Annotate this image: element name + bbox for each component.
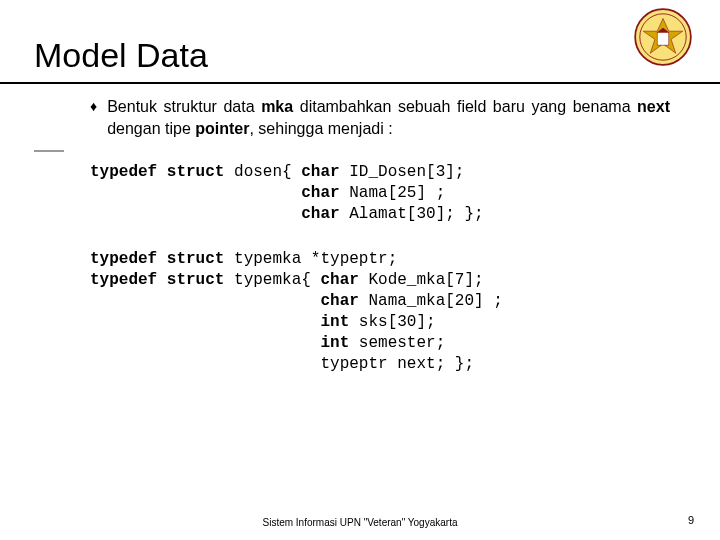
page-number: 9 bbox=[688, 514, 694, 526]
title-underline bbox=[0, 82, 720, 84]
code-text bbox=[90, 205, 301, 223]
code-keyword: char bbox=[301, 163, 339, 181]
code-text: sks[30]; bbox=[349, 313, 435, 331]
diamond-bullet-icon: ♦ bbox=[90, 96, 97, 116]
code-keyword: char bbox=[301, 184, 339, 202]
code-text: typeptr next; }; bbox=[90, 355, 474, 373]
code-text: Nama_mka[20] ; bbox=[359, 292, 503, 310]
text-bold: mka bbox=[261, 98, 293, 115]
code-text: ID_Dosen[3]; bbox=[340, 163, 465, 181]
code-keyword: int bbox=[320, 334, 349, 352]
code-keyword: typedef struct bbox=[90, 250, 224, 268]
code-keyword: int bbox=[320, 313, 349, 331]
code-keyword: char bbox=[320, 271, 358, 289]
slide-content: ♦ Bentuk struktur data mka ditambahkan s… bbox=[90, 96, 670, 399]
code-text: Nama[25] ; bbox=[340, 184, 446, 202]
code-text bbox=[90, 292, 320, 310]
text-fragment: dengan tipe bbox=[107, 120, 195, 137]
slide-title: Model Data bbox=[34, 36, 208, 75]
code-text bbox=[90, 334, 320, 352]
code-text: typemka{ bbox=[224, 271, 320, 289]
code-keyword: typedef struct bbox=[90, 163, 224, 181]
code-text: Kode_mka[7]; bbox=[359, 271, 484, 289]
code-text: semester; bbox=[349, 334, 445, 352]
code-text bbox=[90, 313, 320, 331]
code-keyword: typedef struct bbox=[90, 271, 224, 289]
side-accent-line bbox=[34, 150, 64, 152]
university-logo bbox=[634, 8, 692, 66]
code-text bbox=[90, 184, 301, 202]
text-bold: next bbox=[637, 98, 670, 115]
code-keyword: char bbox=[301, 205, 339, 223]
footer-text: Sistem Informasi UPN "Veteran" Yogyakart… bbox=[0, 517, 720, 528]
text-fragment: , sehingga menjadi : bbox=[249, 120, 392, 137]
text-fragment: Bentuk struktur data bbox=[107, 98, 261, 115]
code-text: typemka *typeptr; bbox=[224, 250, 397, 268]
bullet-text: Bentuk struktur data mka ditambahkan seb… bbox=[107, 96, 670, 140]
code-text: dosen{ bbox=[224, 163, 301, 181]
text-fragment: ditambahkan sebuah field baru yang benam… bbox=[293, 98, 637, 115]
svg-rect-3 bbox=[657, 32, 669, 45]
text-bold: pointer bbox=[195, 120, 249, 137]
code-keyword: char bbox=[320, 292, 358, 310]
code-block-typemka: typedef struct typemka *typeptr; typedef… bbox=[90, 249, 670, 375]
bullet-item: ♦ Bentuk struktur data mka ditambahkan s… bbox=[90, 96, 670, 140]
code-text: Alamat[30]; }; bbox=[340, 205, 484, 223]
code-block-dosen: typedef struct dosen{ char ID_Dosen[3]; … bbox=[90, 162, 670, 225]
